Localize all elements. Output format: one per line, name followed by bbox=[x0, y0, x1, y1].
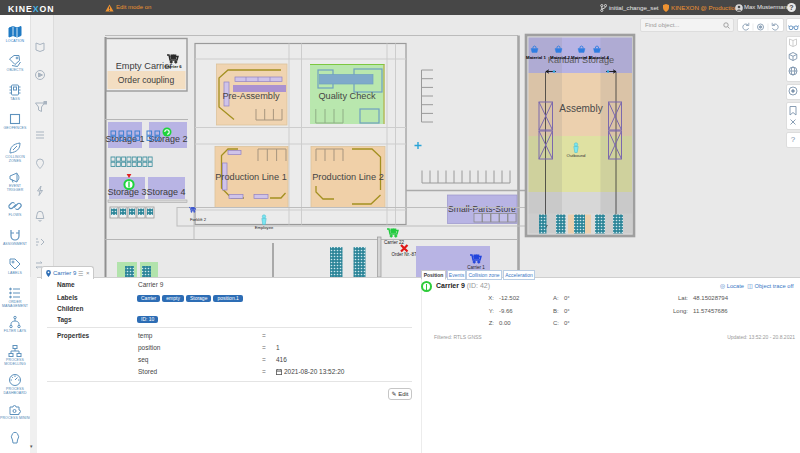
svg-text:Pre-Assembly: Pre-Assembly bbox=[222, 91, 280, 101]
svg-text:Outbound: Outbound bbox=[567, 153, 586, 158]
svg-text:Storage 4: Storage 4 bbox=[146, 187, 185, 197]
svg-text:Employee: Employee bbox=[255, 225, 274, 230]
svg-text:Assembly: Assembly bbox=[559, 103, 602, 114]
svg-text:Order Nr.-87: Order Nr.-87 bbox=[391, 252, 417, 257]
svg-text:Carrier 6: Carrier 6 bbox=[164, 64, 182, 69]
svg-text:?: ? bbox=[791, 135, 796, 144]
svg-text:Material 4: Material 4 bbox=[589, 55, 609, 60]
svg-text:Production Line 1: Production Line 1 bbox=[215, 172, 287, 182]
svg-text:Small-Parts-Store: Small-Parts-Store bbox=[448, 204, 516, 214]
svg-text:Material 2: Material 2 bbox=[550, 55, 570, 60]
svg-text:Carrier 22: Carrier 22 bbox=[384, 240, 405, 245]
svg-text:Forklift 2: Forklift 2 bbox=[190, 217, 207, 222]
svg-text:Quality Check: Quality Check bbox=[318, 91, 376, 101]
svg-text:Production Line 2: Production Line 2 bbox=[312, 172, 384, 182]
svg-text:Material 1: Material 1 bbox=[526, 55, 546, 60]
svg-text:Carrier 1: Carrier 1 bbox=[467, 265, 485, 270]
svg-text:Order coupling: Order coupling bbox=[118, 75, 175, 85]
